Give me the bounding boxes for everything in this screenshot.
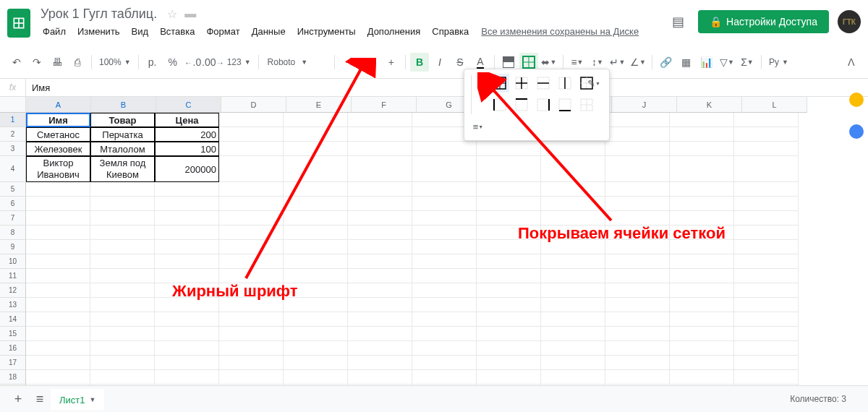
cell[interactable] <box>26 269 90 283</box>
cell[interactable] <box>412 240 477 254</box>
row-header[interactable]: 12 <box>0 283 26 298</box>
account-avatar[interactable]: ГТК <box>838 10 861 33</box>
cell[interactable] <box>26 298 90 312</box>
cell[interactable] <box>670 127 734 142</box>
cell[interactable] <box>284 370 348 385</box>
cell[interactable] <box>541 269 605 283</box>
cell[interactable] <box>541 283 605 298</box>
menu-view[interactable]: Вид <box>127 23 154 40</box>
cell[interactable] <box>670 312 734 327</box>
percent-button[interactable]: % <box>163 53 182 72</box>
cell[interactable] <box>155 312 219 327</box>
cell[interactable] <box>26 283 90 298</box>
cell[interactable] <box>219 341 284 356</box>
cell[interactable]: Товар <box>90 113 155 127</box>
cell[interactable] <box>477 341 541 356</box>
comment-button[interactable]: ▦ <box>677 53 696 72</box>
cell[interactable] <box>155 327 219 341</box>
select-all-corner[interactable] <box>0 97 26 113</box>
cell[interactable] <box>90 370 155 385</box>
row-header[interactable]: 18 <box>0 370 26 385</box>
cell[interactable] <box>605 254 670 269</box>
row-header[interactable]: 3 <box>0 142 26 156</box>
row-header[interactable]: 11 <box>0 269 26 283</box>
cell[interactable] <box>734 240 799 254</box>
cell[interactable] <box>605 298 670 312</box>
cell[interactable] <box>734 356 799 370</box>
cell[interactable] <box>670 269 734 283</box>
cell[interactable] <box>670 113 734 127</box>
row-header[interactable]: 4 <box>0 156 26 182</box>
menu-addons[interactable]: Дополнения <box>362 23 426 40</box>
keep-icon[interactable] <box>849 93 864 107</box>
cell[interactable] <box>26 226 90 240</box>
cell[interactable] <box>219 370 284 385</box>
cell[interactable] <box>348 370 412 385</box>
menu-insert[interactable]: Вставка <box>155 23 200 40</box>
cell[interactable] <box>284 327 348 341</box>
tasks-icon[interactable] <box>849 124 864 139</box>
cell[interactable] <box>477 356 541 370</box>
filter-button[interactable]: ▽▼ <box>718 53 736 72</box>
row-header[interactable]: 17 <box>0 356 26 370</box>
cell[interactable] <box>670 254 734 269</box>
cell[interactable] <box>734 127 799 142</box>
cell[interactable] <box>734 327 799 341</box>
cell[interactable] <box>734 113 799 127</box>
cell[interactable]: Железовек <box>26 142 90 156</box>
row-header[interactable]: 10 <box>0 254 26 269</box>
cell[interactable] <box>90 269 155 283</box>
cell[interactable] <box>734 197 799 211</box>
cell[interactable] <box>734 142 799 156</box>
cell[interactable] <box>541 312 605 327</box>
cell[interactable] <box>412 211 477 226</box>
cell[interactable] <box>90 283 155 298</box>
colh-B[interactable]: B <box>91 97 156 113</box>
cell[interactable] <box>734 211 799 226</box>
menu-format[interactable]: Формат <box>201 23 244 40</box>
cell[interactable] <box>155 370 219 385</box>
cell[interactable]: Мталолом <box>90 142 155 156</box>
formula-input[interactable]: Имя <box>26 79 868 96</box>
cell[interactable] <box>605 283 670 298</box>
cell[interactable] <box>90 240 155 254</box>
cell[interactable] <box>670 298 734 312</box>
cell[interactable] <box>670 370 734 385</box>
cell[interactable] <box>26 370 90 385</box>
cell[interactable] <box>90 197 155 211</box>
cell[interactable] <box>605 370 670 385</box>
sheets-logo[interactable] <box>7 9 30 38</box>
cell[interactable] <box>734 298 799 312</box>
cell[interactable] <box>734 254 799 269</box>
cell[interactable] <box>605 356 670 370</box>
colh-L[interactable]: L <box>742 97 807 113</box>
cell[interactable] <box>670 327 734 341</box>
cell[interactable] <box>90 356 155 370</box>
cell[interactable] <box>670 341 734 356</box>
italic-button[interactable]: I <box>430 53 449 72</box>
cell[interactable] <box>412 182 477 197</box>
cell[interactable] <box>734 226 799 240</box>
folder-icon[interactable]: ▬ <box>184 7 196 20</box>
row-header[interactable]: 9 <box>0 240 26 254</box>
print-button[interactable]: 🖶 <box>48 53 67 72</box>
cell[interactable] <box>284 341 348 356</box>
cell[interactable] <box>412 197 477 211</box>
cell[interactable] <box>605 341 670 356</box>
redo-button[interactable]: ↷ <box>27 53 46 72</box>
cell[interactable]: Имя <box>26 113 90 127</box>
cell[interactable] <box>541 327 605 341</box>
row-header[interactable]: 16 <box>0 341 26 356</box>
font-size-inc[interactable]: + <box>382 53 401 72</box>
row-header[interactable]: 7 <box>0 211 26 226</box>
input-lang-button[interactable]: Ру▼ <box>766 57 791 67</box>
cell[interactable] <box>90 211 155 226</box>
row-header[interactable]: 14 <box>0 312 26 327</box>
share-button[interactable]: 🔒 Настройки Доступа <box>698 10 829 33</box>
cell[interactable] <box>670 142 734 156</box>
rotate-button[interactable]: ∠▼ <box>629 53 647 72</box>
cell[interactable] <box>219 312 284 327</box>
cell[interactable] <box>26 356 90 370</box>
cell[interactable] <box>734 341 799 356</box>
cell[interactable] <box>26 197 90 211</box>
